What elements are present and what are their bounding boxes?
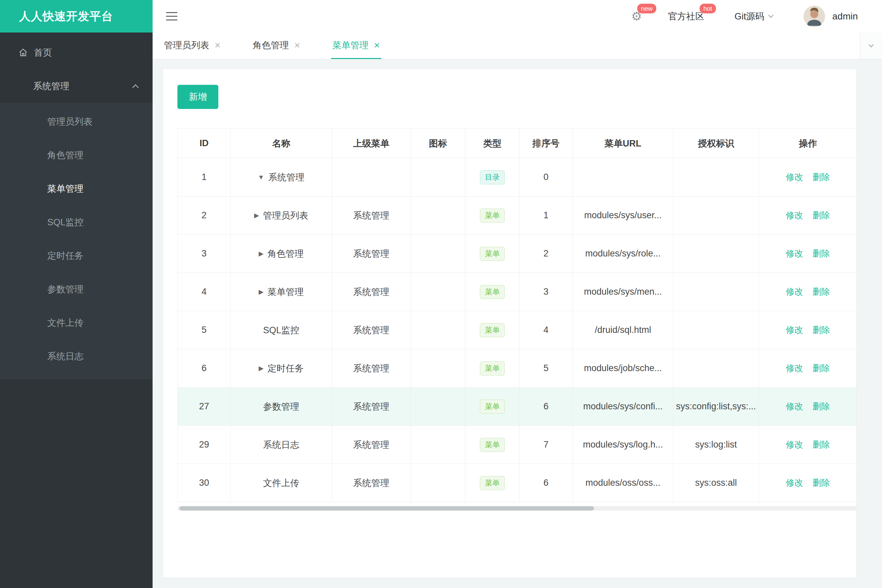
edit-link[interactable]: 修改 (786, 210, 803, 220)
sidebar-item-文件上传[interactable]: 文件上传 (0, 306, 153, 340)
git-source-link[interactable]: Git源码 (735, 10, 773, 22)
sidebar-item-定时任务[interactable]: 定时任务 (0, 239, 153, 273)
edit-link[interactable]: 修改 (786, 286, 803, 297)
sidebar-item-管理员列表[interactable]: 管理员列表 (0, 105, 153, 138)
hamburger-menu-icon[interactable] (166, 12, 177, 21)
table-row[interactable]: 2▶管理员列表系统管理菜单1modules/sys/user...修改删除 (178, 196, 857, 235)
edit-link[interactable]: 修改 (786, 325, 803, 335)
sidebar-item-菜单管理[interactable]: 菜单管理 (0, 172, 153, 206)
cell-name: 系统日志 (231, 426, 332, 464)
table-row[interactable]: 5SQL监控系统管理菜单4/druid/sql.html修改删除 (178, 311, 857, 350)
add-button[interactable]: 新增 (177, 85, 218, 109)
table-row[interactable]: 27参数管理系统管理菜单6modules/sys/confi...sys:con… (178, 387, 857, 426)
delete-link[interactable]: 删除 (813, 325, 830, 335)
cell-actions: 修改删除 (759, 387, 857, 426)
column-header: 名称 (231, 129, 332, 158)
menu-name: 系统日志 (263, 439, 299, 451)
menu-table: ID名称上级菜单图标类型排序号菜单URL授权标识操作 1▼系统管理目录0修改删除… (177, 128, 856, 502)
name-wrap: ▶管理员列表 (254, 210, 308, 222)
cell-actions: 修改删除 (759, 235, 857, 273)
brand-banner: 人人快速开发平台 (0, 0, 153, 33)
tree-toggle-icon[interactable]: ▶ (254, 212, 259, 219)
cell-perms (673, 273, 759, 311)
sidebar-group-system[interactable]: 系统管理 (0, 69, 153, 103)
sidebar-item-SQL监控[interactable]: SQL监控 (0, 206, 153, 239)
cell-sort: 2 (520, 235, 573, 273)
edit-link[interactable]: 修改 (786, 401, 803, 411)
tab-close-icon[interactable]: × (295, 40, 301, 50)
cell-id: 30 (178, 464, 231, 502)
hot-badge: hot (700, 4, 716, 14)
cell-parent: 系统管理 (332, 273, 411, 311)
content-area: 新增 ID名称上级菜单图标类型排序号菜单URL授权标识操作 1▼系统管理目录0修… (153, 59, 882, 588)
horizontal-scrollbar-thumb[interactable] (179, 506, 594, 510)
cell-sort: 3 (520, 273, 573, 311)
tab-菜单管理[interactable]: 菜单管理× (331, 33, 381, 59)
tree-toggle-icon[interactable]: ▶ (258, 288, 264, 296)
delete-link[interactable]: 删除 (813, 248, 830, 258)
menu-name: 管理员列表 (263, 210, 308, 222)
name-wrap: 文件上传 (263, 477, 299, 489)
delete-link[interactable]: 删除 (813, 478, 830, 488)
cell-url: modules/sys/user... (573, 196, 673, 235)
delete-link[interactable]: 删除 (813, 363, 830, 373)
sidebar-item-参数管理[interactable]: 参数管理 (0, 273, 153, 306)
delete-link[interactable]: 删除 (813, 210, 830, 220)
edit-link[interactable]: 修改 (786, 478, 803, 488)
table-row[interactable]: 30文件上传系统管理菜单6modules/oss/oss...sys:oss:a… (178, 464, 857, 502)
cell-id: 4 (178, 273, 231, 311)
settings-gear[interactable]: ⚙ new (631, 10, 642, 22)
cell-id: 27 (178, 387, 231, 426)
cell-parent: 系统管理 (332, 311, 411, 350)
tab-管理员列表[interactable]: 管理员列表× (163, 33, 222, 59)
column-header: 授权标识 (673, 129, 759, 158)
tab-close-icon[interactable]: × (215, 40, 221, 50)
menu-name: 菜单管理 (267, 286, 304, 298)
delete-link[interactable]: 删除 (813, 286, 830, 297)
table-header-row: ID名称上级菜单图标类型排序号菜单URL授权标识操作 (178, 129, 857, 158)
tree-toggle-icon[interactable]: ▶ (258, 250, 264, 258)
edit-link[interactable]: 修改 (786, 172, 803, 182)
tree-toggle-icon[interactable]: ▼ (258, 174, 264, 181)
avatar[interactable] (804, 6, 825, 27)
username[interactable]: admin (832, 11, 858, 22)
cell-name: ▶角色管理 (231, 235, 332, 273)
community-link[interactable]: 官方社区 hot (668, 10, 704, 22)
column-header: 排序号 (520, 129, 573, 158)
cell-parent (332, 158, 411, 196)
table-row[interactable]: 3▶角色管理系统管理菜单2modules/sys/role...修改删除 (178, 235, 857, 273)
table-row[interactable]: 6▶定时任务系统管理菜单5modules/job/sche...修改删除 (178, 350, 857, 387)
menu-table-wrap: ID名称上级菜单图标类型排序号菜单URL授权标识操作 1▼系统管理目录0修改删除… (177, 128, 856, 510)
cell-actions: 修改删除 (759, 196, 857, 235)
table-row[interactable]: 29系统日志系统管理菜单7modules/sys/log.h...sys:log… (178, 426, 857, 464)
chevron-down-icon (868, 42, 874, 48)
table-row[interactable]: 1▼系统管理目录0修改删除 (178, 158, 857, 196)
edit-link[interactable]: 修改 (786, 248, 803, 258)
sidebar-item-系统日志[interactable]: 系统日志 (0, 340, 153, 373)
tab-label: 管理员列表 (164, 39, 209, 51)
table-row[interactable]: 4▶菜单管理系统管理菜单3modules/sys/men...修改删除 (178, 273, 857, 311)
edit-link[interactable]: 修改 (786, 440, 803, 450)
sidebar-item-home[interactable]: 首页 (0, 36, 153, 69)
horizontal-scrollbar-track[interactable] (177, 506, 856, 510)
topbar-right: ⚙ new 官方社区 hot Git源码 (631, 6, 858, 27)
cell-icon (411, 273, 466, 311)
delete-link[interactable]: 删除 (813, 401, 830, 411)
edit-link[interactable]: 修改 (786, 363, 803, 373)
cell-id: 6 (178, 350, 231, 387)
cell-sort: 0 (520, 158, 573, 196)
delete-link[interactable]: 删除 (813, 172, 830, 182)
home-icon (18, 48, 28, 57)
tabs-dropdown-button[interactable] (860, 33, 882, 59)
tab-label: 菜单管理 (332, 39, 368, 51)
sidebar-item-角色管理[interactable]: 角色管理 (0, 138, 153, 172)
tab-close-icon[interactable]: × (374, 40, 380, 50)
tree-toggle-icon[interactable]: ▶ (258, 364, 264, 372)
delete-link[interactable]: 删除 (813, 440, 830, 450)
sidebar-submenu: 管理员列表角色管理菜单管理SQL监控定时任务参数管理文件上传系统日志 (0, 103, 153, 379)
cell-type: 菜单 (466, 273, 520, 311)
cell-perms (673, 196, 759, 235)
menu-name: 参数管理 (263, 400, 299, 412)
cell-url: modules/oss/oss... (573, 464, 673, 502)
tab-角色管理[interactable]: 角色管理× (251, 33, 302, 59)
